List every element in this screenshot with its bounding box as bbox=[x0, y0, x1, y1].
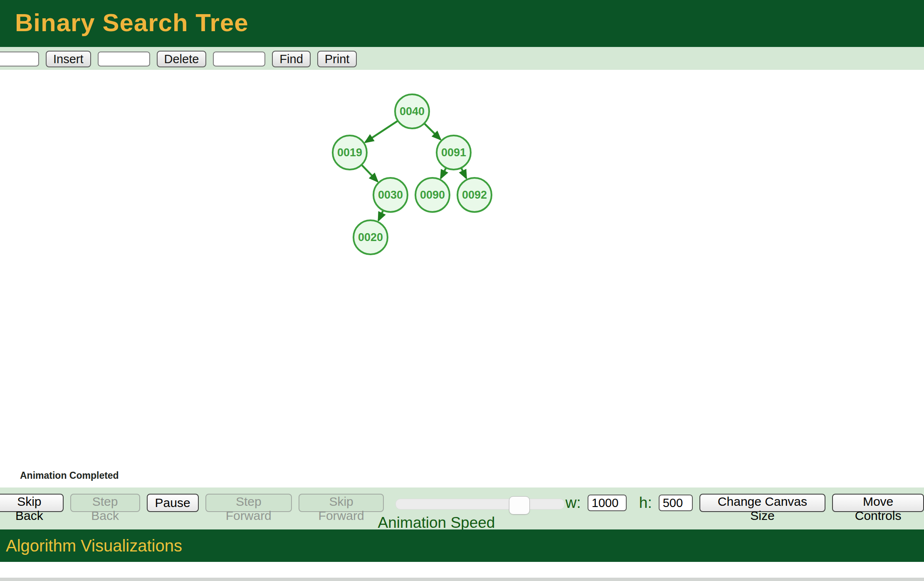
svg-text:0090: 0090 bbox=[420, 189, 445, 201]
tree-node-0090: 0090 bbox=[415, 178, 450, 212]
tree-node-0091: 0091 bbox=[437, 135, 471, 170]
tree-edge bbox=[366, 121, 398, 143]
tree-nodes: 0040001900910030009000920020 bbox=[333, 94, 492, 254]
page-title: Binary Search Tree bbox=[15, 0, 249, 46]
tree-edge bbox=[424, 123, 440, 139]
bottom-divider bbox=[0, 578, 924, 581]
skip-forward-button[interactable]: Skip Forward bbox=[299, 494, 384, 512]
app-header: Binary Search Tree bbox=[0, 0, 924, 47]
animation-status: Animation Completed bbox=[20, 470, 119, 481]
app-footer: Algorithm Visualizations bbox=[0, 529, 924, 562]
delete-button[interactable]: Delete bbox=[157, 51, 207, 67]
height-label: h: bbox=[639, 494, 652, 512]
tree-node-0020: 0020 bbox=[353, 220, 388, 254]
tree-node-0040: 0040 bbox=[395, 94, 429, 128]
controls-inner: Skip Back Step Back Pause Step Forward S… bbox=[0, 494, 924, 512]
tree-node-0030: 0030 bbox=[373, 178, 408, 212]
find-button[interactable]: Find bbox=[272, 51, 310, 67]
print-button[interactable]: Print bbox=[317, 51, 357, 67]
step-forward-button[interactable]: Step Forward bbox=[205, 494, 292, 512]
slider-track[interactable] bbox=[395, 499, 565, 510]
svg-text:0092: 0092 bbox=[462, 189, 487, 201]
page: Binary Search Tree Insert Delete Find Pr… bbox=[0, 0, 924, 581]
move-controls-button[interactable]: Move Controls bbox=[832, 494, 924, 512]
tree-edge bbox=[441, 168, 446, 178]
insert-input[interactable] bbox=[0, 52, 39, 66]
footer-title: Algorithm Visualizations bbox=[6, 529, 182, 562]
tree-edge bbox=[361, 165, 377, 182]
insert-button[interactable]: Insert bbox=[46, 51, 91, 67]
svg-text:0040: 0040 bbox=[400, 105, 425, 118]
svg-text:0019: 0019 bbox=[337, 146, 362, 159]
toolbar: Insert Delete Find Print bbox=[0, 47, 924, 70]
tree-node-0019: 0019 bbox=[333, 135, 367, 170]
pause-button[interactable]: Pause bbox=[147, 494, 199, 512]
animation-speed-label: Animation Speed bbox=[352, 514, 521, 532]
toolbar-inner: Insert Delete Find Print bbox=[0, 51, 357, 67]
animation-control-bar: Skip Back Step Back Pause Step Forward S… bbox=[0, 487, 924, 529]
step-back-button[interactable]: Step Back bbox=[70, 494, 140, 512]
canvas-width-input[interactable] bbox=[588, 495, 627, 511]
animation-speed-slider[interactable] bbox=[395, 497, 553, 508]
tree-edge bbox=[378, 210, 383, 220]
width-label: w: bbox=[566, 494, 581, 512]
bst-tree-drawing: 0040001900910030009000920020 bbox=[0, 70, 924, 487]
delete-input[interactable] bbox=[98, 52, 150, 66]
canvas-height-input[interactable] bbox=[659, 495, 693, 511]
slider-thumb[interactable] bbox=[509, 496, 530, 515]
svg-text:0091: 0091 bbox=[441, 146, 466, 159]
svg-text:0030: 0030 bbox=[378, 189, 403, 201]
skip-back-button[interactable]: Skip Back bbox=[0, 494, 64, 512]
svg-text:0020: 0020 bbox=[358, 231, 383, 244]
change-canvas-size-button[interactable]: Change Canvas Size bbox=[699, 494, 826, 512]
visualization-canvas: 0040001900910030009000920020 Animation C… bbox=[0, 70, 924, 487]
find-input[interactable] bbox=[213, 52, 265, 66]
tree-node-0092: 0092 bbox=[457, 178, 492, 212]
tree-edge bbox=[461, 168, 466, 178]
